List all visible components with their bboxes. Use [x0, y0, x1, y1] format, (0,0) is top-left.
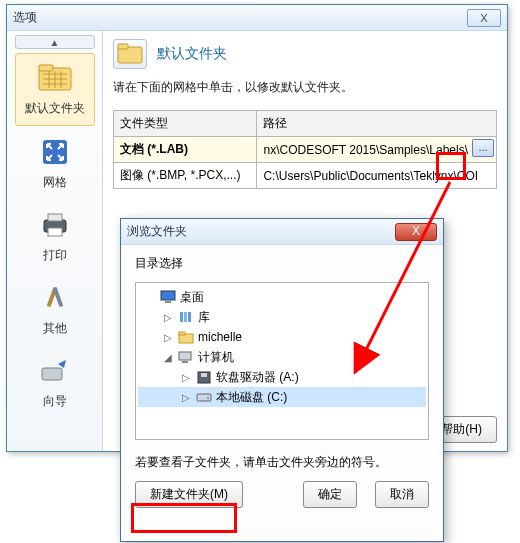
sidebar-item-print[interactable]: 打印	[15, 201, 95, 272]
svg-rect-17	[161, 291, 175, 300]
filetype-table: 文件类型 路径 文档 (*.LAB) nx\CODESOFT 2015\Samp…	[113, 110, 497, 189]
svg-rect-14	[42, 368, 62, 380]
cell-path: nx\CODESOFT 2015\Samples\Labels\ ...	[257, 137, 497, 163]
desktop-icon	[160, 289, 176, 305]
svg-rect-27	[201, 373, 207, 377]
folder-icon	[178, 329, 194, 345]
svg-rect-24	[179, 352, 191, 360]
svg-rect-25	[182, 361, 188, 363]
page-header: 默认文件夹	[157, 45, 227, 63]
svg-rect-1	[39, 65, 53, 71]
browse-titlebar[interactable]: 浏览文件夹 X	[121, 219, 443, 245]
table-row[interactable]: 图像 (*.BMP, *.PCX,...) C:\Users\Public\Do…	[114, 163, 497, 189]
sidebar-item-label: 默认文件夹	[16, 100, 94, 117]
ok-button[interactable]: 确定	[303, 481, 357, 508]
cell-type: 图像 (*.BMP, *.PCX,...)	[114, 163, 257, 189]
tree-item-computer[interactable]: ◢ 计算机	[138, 347, 426, 367]
browse-subtitle: 目录选择	[135, 255, 429, 272]
svg-rect-18	[165, 301, 171, 303]
cancel-button[interactable]: 取消	[375, 481, 429, 508]
cell-type: 文档 (*.LAB)	[114, 137, 257, 163]
svg-rect-19	[180, 312, 183, 322]
browse-title: 浏览文件夹	[127, 223, 187, 240]
cell-path: C:\Users\Public\Documents\Teklynx\COI	[257, 163, 497, 189]
tree-item-user[interactable]: ▷ michelle	[138, 327, 426, 347]
svg-rect-21	[188, 312, 191, 322]
tree-item-desktop[interactable]: 桌面	[138, 287, 426, 307]
options-close-button[interactable]: X	[467, 9, 501, 27]
sidebar-item-other[interactable]: 其他	[15, 274, 95, 345]
sidebar-scroll-up[interactable]: ▲	[15, 35, 95, 49]
tree-item-label: 库	[198, 309, 210, 326]
tree-item-label: 软盘驱动器 (A:)	[216, 369, 299, 386]
drive-icon	[196, 389, 212, 405]
browse-button[interactable]: ...	[472, 139, 494, 157]
svg-rect-23	[179, 332, 185, 335]
svg-rect-16	[118, 44, 128, 49]
folder-tree[interactable]: 桌面 ▷ 库 ▷ michelle ◢ 计算机 ▷ 软盘驱动器 (A:)	[135, 282, 429, 440]
tree-item-label: 本地磁盘 (C:)	[216, 389, 287, 406]
page-instruction: 请在下面的网格中单击，以修改默认文件夹。	[113, 79, 497, 96]
sidebar-item-label: 其他	[15, 320, 95, 337]
sidebar-item-wizard[interactable]: 向导	[15, 347, 95, 418]
tree-item-libraries[interactable]: ▷ 库	[138, 307, 426, 327]
new-folder-button[interactable]: 新建文件夹(M)	[135, 481, 243, 508]
browse-hint: 若要查看子文件夹，请单击文件夹旁边的符号。	[135, 454, 429, 471]
sidebar-item-label: 网格	[15, 174, 95, 191]
svg-rect-28	[197, 394, 211, 401]
folder-grid-icon	[35, 60, 75, 96]
tools-icon	[35, 280, 75, 316]
printer-icon	[35, 207, 75, 243]
tree-item-drive-c[interactable]: ▷ 本地磁盘 (C:)	[138, 387, 426, 407]
svg-rect-13	[52, 287, 63, 307]
svg-rect-11	[48, 228, 62, 236]
sidebar-item-default-folders[interactable]: 默认文件夹	[15, 53, 95, 126]
sidebar-item-label: 打印	[15, 247, 95, 264]
tree-item-floppy[interactable]: ▷ 软盘驱动器 (A:)	[138, 367, 426, 387]
svg-rect-8	[43, 140, 67, 164]
options-title: 选项	[13, 9, 37, 26]
floppy-icon	[196, 369, 212, 385]
sidebar-item-grid[interactable]: 网格	[15, 128, 95, 199]
table-row[interactable]: 文档 (*.LAB) nx\CODESOFT 2015\Samples\Labe…	[114, 137, 497, 163]
col-type: 文件类型	[114, 111, 257, 137]
svg-rect-20	[184, 312, 187, 322]
wizard-icon	[35, 353, 75, 389]
browse-dialog: 浏览文件夹 X 目录选择 桌面 ▷ 库 ▷ michelle ◢	[120, 218, 444, 542]
options-sidebar: ▲ 默认文件夹 网格 打印	[7, 31, 103, 451]
library-icon	[178, 309, 194, 325]
expand-icon	[35, 134, 75, 170]
cell-path-text: nx\CODESOFT 2015\Samples\Labels\	[263, 143, 468, 157]
tree-item-label: 计算机	[198, 349, 234, 366]
browse-close-button[interactable]: X	[395, 223, 437, 241]
options-titlebar[interactable]: 选项 X	[7, 5, 507, 31]
tree-item-label: 桌面	[180, 289, 204, 306]
sidebar-item-label: 向导	[15, 393, 95, 410]
tree-item-label: michelle	[198, 330, 242, 344]
svg-rect-10	[48, 214, 62, 221]
header-folder-icon	[113, 39, 147, 69]
computer-icon	[178, 349, 194, 365]
svg-point-29	[207, 397, 209, 399]
col-path: 路径	[257, 111, 497, 137]
